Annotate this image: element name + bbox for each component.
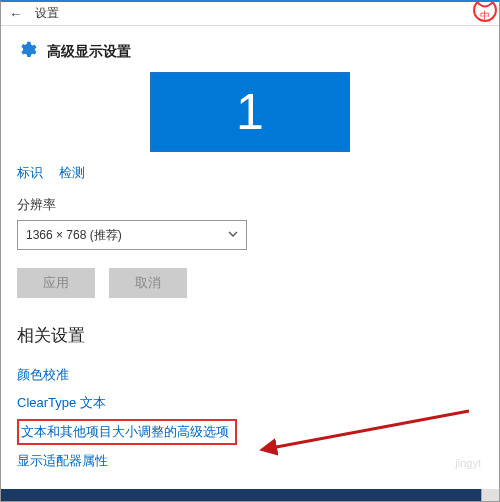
detect-link[interactable]: 检测 [59, 164, 85, 182]
titlebar-title: 设置 [35, 5, 59, 22]
watermark: jingyt [455, 457, 481, 469]
titlebar: ← 设置 [1, 2, 499, 26]
related-settings-title: 相关设置 [17, 318, 483, 361]
taskbar-corner [481, 489, 499, 501]
resolution-label: 分辨率 [17, 196, 483, 214]
external-badge: 中 [473, 0, 497, 22]
cleartype-link[interactable]: ClearType 文本 [17, 389, 483, 417]
taskbar [1, 489, 499, 501]
page-title: 高级显示设置 [47, 43, 131, 61]
chevron-down-icon [228, 228, 238, 242]
back-icon[interactable]: ← [9, 6, 23, 22]
advanced-sizing-link[interactable]: 文本和其他项目大小调整的高级选项 [21, 423, 229, 441]
identify-link[interactable]: 标识 [17, 164, 43, 182]
svg-text:中: 中 [480, 10, 490, 21]
display-adapter-link[interactable]: 显示适配器属性 [17, 447, 483, 475]
highlight-box: 文本和其他项目大小调整的高级选项 [17, 419, 237, 445]
monitor-number: 1 [236, 83, 264, 141]
resolution-value: 1366 × 768 (推荐) [26, 227, 122, 244]
color-calibration-link[interactable]: 颜色校准 [17, 361, 483, 389]
apply-button: 应用 [17, 268, 95, 298]
monitor-preview-panel: 1 [17, 72, 483, 154]
gear-icon [17, 40, 37, 64]
page-header: 高级显示设置 [1, 26, 499, 72]
cancel-button: 取消 [109, 268, 187, 298]
monitor-tile-1[interactable]: 1 [150, 72, 350, 152]
resolution-select[interactable]: 1366 × 768 (推荐) [17, 220, 247, 250]
